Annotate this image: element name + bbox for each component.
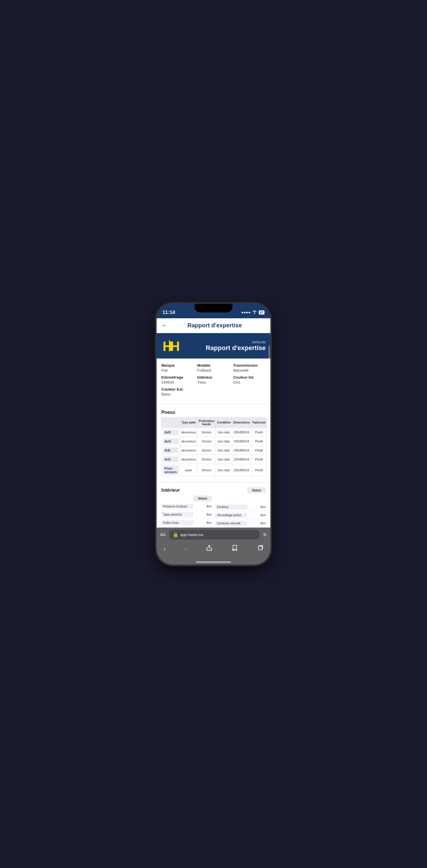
couleur-ext-item: Couleur Ext. Blanc (161, 387, 266, 397)
tire-position: ArD (162, 446, 180, 455)
interieur-value: Tissu (197, 380, 206, 384)
modele-value: Fullback (197, 368, 211, 372)
status-bar: 11:14 ●●●● 97 (156, 304, 271, 318)
content-area[interactable]: Marque Fiat Modèle Fullback Transmission… (156, 359, 271, 528)
modele-item: Modèle Fullback (197, 363, 230, 373)
bookmarks-button[interactable] (230, 544, 239, 554)
back-nav-button[interactable]: ‹ (163, 544, 167, 553)
browser-bar: AA 🔒 app.hasta.ma ↻ (156, 528, 271, 542)
signal-icon: ●●●● (241, 310, 250, 314)
logo-area: H H (161, 338, 184, 354)
interieur-label: Intérieur (197, 375, 230, 379)
couleur-int-label: Couleur Int. (233, 375, 266, 379)
interior-item-label: Verrouillage portes (215, 513, 247, 518)
blue-banner: H H véhicule Rapport d'expertise (156, 333, 271, 359)
tire-dimensions: 205/80R16 (232, 446, 251, 455)
refresh-button[interactable]: ↻ (263, 532, 267, 537)
table-row: ArD aluminium 3mmm bon état 205/80R16 Pi… (162, 446, 267, 455)
col-header-fabricant: Fabricant (251, 417, 267, 428)
table-row: Pneu secours acier 3mmm bon état 205/80R… (162, 464, 267, 476)
tire-condition: bon état (216, 446, 232, 455)
interior-right-items: Fenêtres Bon Verrouillage portes Bon Cei… (215, 503, 266, 528)
kilometrage-label: Kilométrage (161, 375, 194, 379)
phone-frame: 11:14 ●●●● 97 ← Rapport d'expertise H H … (156, 304, 271, 565)
interior-item-value: Bon (196, 505, 212, 508)
interieur-section-title: Intérieur (161, 488, 180, 493)
col-header-position (162, 417, 180, 428)
rapport-banner-title: Rapport d'expertise (206, 344, 266, 352)
interior-item-label: Présence d'odeurs (161, 504, 193, 509)
col-header-dimensions: Dimensions (232, 417, 251, 428)
modele-label: Modèle (197, 363, 230, 368)
interior-item-label: Tapis présents (161, 512, 193, 517)
table-row: AvG aluminium 3mmm bon état 205/80R16 Pi… (162, 437, 267, 446)
marque-item: Marque Fiat (161, 363, 194, 373)
tire-fabricant: Pirelli (251, 446, 267, 455)
notch (195, 304, 232, 312)
col-header-condition: Condition (216, 417, 232, 428)
share-button[interactable] (205, 544, 214, 554)
status-time: 11:14 (163, 310, 175, 315)
transmission-label: Transmission (233, 363, 266, 368)
tire-dimensions: 205/80R16 (232, 464, 251, 476)
url-bar[interactable]: 🔒 app.hasta.ma (169, 530, 260, 539)
transmission-value: Manuelle (233, 368, 249, 372)
tire-profondeur: 3mmm (197, 437, 216, 446)
statut-badge-right: Statut (247, 487, 266, 493)
tire-type-jante: aluminium (180, 455, 197, 464)
tire-condition: bon état (216, 428, 232, 437)
aa-button[interactable]: AA (160, 532, 166, 537)
lock-icon: 🔒 (173, 532, 178, 537)
interior-item-value: Bon (250, 522, 266, 525)
interieur-item: Intérieur Tissu (197, 375, 230, 385)
interior-item-value: Bon (196, 521, 212, 524)
tire-profondeur: 3mmm (197, 428, 216, 437)
interior-item-value: Bon (250, 505, 266, 508)
transmission-item: Transmission Manuelle (233, 363, 266, 373)
marque-label: Marque (161, 363, 194, 368)
col-header-profondeur: Profondeur bande (197, 417, 216, 428)
banner-right: véhicule Rapport d'expertise (206, 340, 266, 352)
home-indicator (156, 560, 271, 565)
tire-condition: bon état (216, 464, 232, 476)
back-button[interactable]: ← (161, 322, 168, 329)
tabs-button[interactable] (256, 544, 264, 554)
statut-badge-left: Statut (193, 496, 212, 501)
list-item: Fuites d'eau Bon (161, 519, 212, 527)
page-title: Rapport d'expertise (171, 322, 259, 329)
interior-item-label: Ceintures sécurité (215, 521, 247, 526)
table-row: AvD aluminium 3mmm bon état 205/80R16 Pi… (162, 428, 267, 437)
forward-nav-button[interactable]: › (183, 544, 188, 553)
list-item: Essuie-glace/lave-glace Bon (161, 527, 212, 528)
tire-fabricant: Pirelli (251, 455, 267, 464)
wifi-icon (252, 310, 257, 315)
app-header: ← Rapport d'expertise (156, 318, 271, 333)
list-item: Présence d'odeurs Bon (161, 502, 212, 510)
tire-dimensions: 205/80R16 (232, 437, 251, 446)
kilometrage-value: 144634 (161, 380, 174, 384)
interior-item-label: Fenêtres (215, 504, 247, 509)
vehicle-info: Marque Fiat Modèle Fullback Transmission… (156, 359, 271, 401)
vehicule-label: véhicule (206, 340, 266, 344)
table-row: ArG aluminium 3mmm bon état 205/80R16 Pi… (162, 455, 267, 464)
col-header-type-jante: Type jante (180, 417, 197, 428)
tire-type-jante: acier (180, 464, 197, 476)
interior-item-value: Bon (250, 514, 266, 517)
interior-section: Statut Présence d'odeurs Bon Tapis prése… (156, 496, 271, 528)
battery-indicator: 97 (259, 310, 264, 314)
tire-position: AvG (162, 437, 180, 446)
interior-item-label: Fuites d'eau (161, 520, 193, 525)
tire-condition: bon état (216, 437, 232, 446)
list-item: Fenêtres Bon (215, 503, 266, 511)
tire-profondeur: 3mmm (197, 455, 216, 464)
tire-dimensions: 205/80R16 (232, 455, 251, 464)
pneus-section-title: Pneus (156, 406, 271, 417)
interior-right-col: Fenêtres Bon Verrouillage portes Bon Cei… (215, 496, 266, 528)
list-item: Tapis présents Bon (161, 510, 212, 519)
home-bar (196, 561, 231, 563)
interior-left-items: Présence d'odeurs Bon Tapis présents Bon… (161, 502, 212, 528)
marque-value: Fiat (161, 368, 168, 372)
tire-position: AvD (162, 428, 180, 437)
tire-condition: bon état (216, 455, 232, 464)
svg-text:H: H (170, 339, 180, 354)
